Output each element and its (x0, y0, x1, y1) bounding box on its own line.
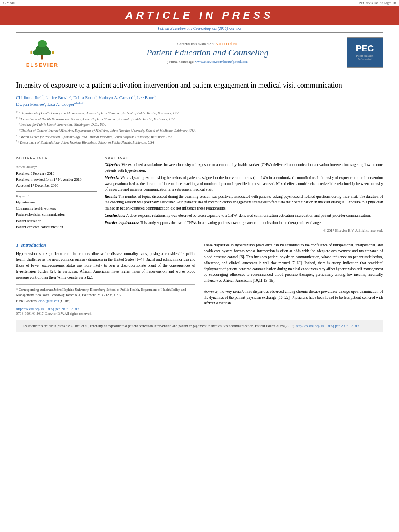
intro-left-text: Hypertension is a significant contributo… (16, 251, 195, 281)
contents-line: Contents lists available at ScienceDirec… (68, 42, 347, 46)
citation-doi-link[interactable]: http://dx.doi.org/10.1016/j.pec.2016.12.… (296, 324, 359, 328)
history-dates: Received 8 February 2016 Received in rev… (16, 170, 97, 189)
homepage-link[interactable]: www.elsevier.com/locate/pateducou (195, 60, 248, 64)
email-link[interactable]: cibe2@jhu.edu (38, 299, 59, 303)
authors: Chidinma Ibea,*, Janice Bowieb, Debra Ro… (16, 94, 383, 107)
abstract-results: Results: The number of topics discussed … (105, 194, 383, 211)
footnote-corresponding: * Corresponding author at: Johns Hopkins… (16, 287, 195, 298)
abstract-objective: Objective: We examined associations betw… (105, 162, 383, 174)
history-label: Article history: (16, 165, 97, 169)
pec-letters: PEC (356, 43, 374, 54)
body-right: These disparities in hypertension preval… (204, 242, 383, 316)
journal-homepage: journal homepage: www.elsevier.com/locat… (68, 60, 347, 64)
copyright-bottom: 0738-3991/© 2017 Elsevier B.V. All right… (16, 312, 195, 316)
svg-point-2 (33, 49, 42, 55)
intro-heading: 1. Introduction (16, 242, 195, 249)
intro-right-text1: These disparities in hypertension preval… (204, 242, 383, 284)
footnote-email: E-mail address: cibe2@jhu.edu (C. Ibe). (16, 298, 195, 304)
journal-header: ELSEVIER Contents lists available at Sci… (16, 32, 383, 72)
affiliations: a ᵃ Department of Health Policy and Mana… (16, 110, 383, 145)
body-left: 1. Introduction Hypertension is a signif… (16, 242, 195, 316)
pec-logo: PEC Patient Education& Counseling (347, 37, 383, 68)
journal-info-bar: Patient Education and Counseling xxx (20… (0, 25, 399, 32)
abstract-text: Objective: We examined associations betw… (105, 162, 383, 234)
article-section: Intensity of exposure to a patient activ… (16, 75, 383, 152)
svg-point-3 (43, 49, 51, 55)
article-in-press-banner: ARTICLE IN PRESS (0, 6, 399, 25)
g-model: G Model (3, 1, 15, 5)
pec-subtext: Patient Education& Counseling (356, 54, 374, 62)
svg-rect-5 (30, 51, 32, 54)
doi-section: http://dx.doi.org/10.1016/j.pec.2016.12.… (16, 307, 195, 316)
journal-center: Contents lists available at ScienceDirec… (68, 42, 347, 64)
footnote-section: * Corresponding author at: Johns Hopkins… (16, 284, 195, 303)
keywords-list: Hypertension Community health workers Pa… (16, 199, 97, 230)
body-section: 1. Introduction Hypertension is a signif… (16, 242, 383, 316)
doi-link[interactable]: http://dx.doi.org/10.1016/j.pec.2016.12.… (16, 307, 79, 311)
abstract-copyright: © 2017 Elsevier B.V. All rights reserved… (105, 228, 383, 234)
pec-ref: PEC 5535 No. of Pages 10 (359, 1, 396, 5)
journal-title: Patient Education and Counseling (68, 47, 347, 58)
body-divider (16, 238, 383, 238)
abstract-col: ABSTRACT Objective: We examined associat… (105, 156, 383, 234)
keywords-label: Keywords: (16, 194, 97, 198)
article-title: Intensity of exposure to a patient activ… (16, 80, 383, 90)
science-direct[interactable]: ScienceDirect (215, 42, 238, 46)
article-info-col: ARTICLE INFO Article history: Received 8… (16, 156, 97, 234)
abstract-methods: Methods: We analyzed question-asking beh… (105, 175, 383, 192)
abstract-practice: Practice implications: This study suppor… (105, 220, 383, 226)
abstract-label: ABSTRACT (105, 156, 383, 160)
svg-point-4 (38, 40, 47, 47)
elsevier-logo: ELSEVIER (16, 37, 68, 68)
article-info-abstract: ARTICLE INFO Article history: Received 8… (16, 152, 383, 234)
abstract-conclusions: Conclusions: A dose-response relationshi… (105, 213, 383, 218)
intro-right-text2: However, the very racial/ethnic disparit… (204, 289, 383, 306)
article-info-label: ARTICLE INFO (16, 156, 97, 160)
citation-box: Please cite this article in press as: C.… (16, 320, 383, 333)
top-bar: G Model PEC 5535 No. of Pages 10 (0, 0, 399, 6)
svg-rect-7 (52, 51, 54, 54)
elsevier-text: ELSEVIER (26, 62, 58, 68)
